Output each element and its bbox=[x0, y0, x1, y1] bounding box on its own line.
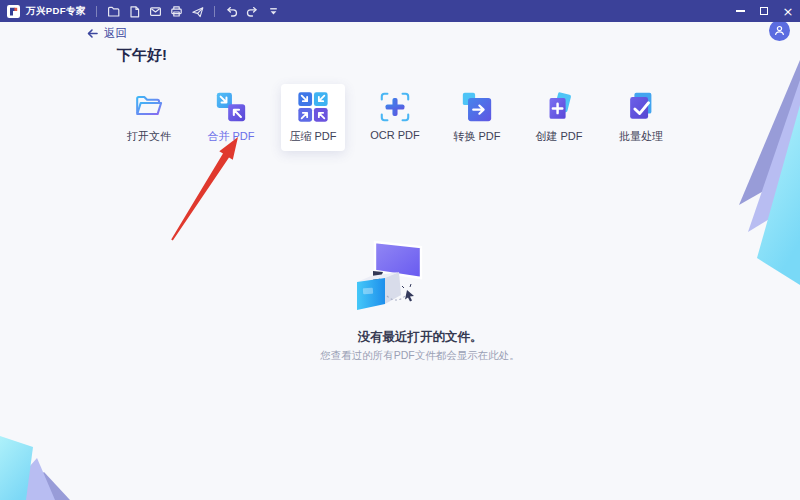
greeting-text: 下午好! bbox=[117, 46, 167, 65]
close-button[interactable]: × bbox=[776, 0, 800, 22]
action-create-pdf[interactable]: 创建 PDF bbox=[519, 84, 599, 151]
window-controls: × bbox=[728, 0, 800, 22]
print-icon[interactable] bbox=[166, 0, 187, 22]
app-logo-icon bbox=[7, 5, 20, 18]
action-label: OCR PDF bbox=[370, 129, 420, 141]
action-label: 转换 PDF bbox=[453, 129, 500, 144]
action-convert-pdf[interactable]: 转换 PDF bbox=[437, 84, 517, 151]
titlebar: 万兴PDF专家 bbox=[0, 0, 800, 22]
action-batch-process[interactable]: 批量处理 bbox=[601, 84, 681, 151]
user-avatar[interactable] bbox=[769, 20, 790, 41]
open-file-icon bbox=[132, 90, 166, 124]
open-folder-icon[interactable] bbox=[103, 0, 124, 22]
empty-state-title: 没有最近打开的文件。 bbox=[270, 329, 570, 346]
collapse-toolbar-icon[interactable] bbox=[263, 0, 284, 22]
minimize-button[interactable] bbox=[728, 0, 752, 22]
empty-state-subtitle: 您查看过的所有PDF文件都会显示在此处。 bbox=[270, 349, 570, 363]
person-icon bbox=[773, 24, 786, 37]
empty-state-illustration bbox=[350, 238, 430, 314]
action-ocr-pdf[interactable]: OCR PDF bbox=[355, 84, 435, 151]
action-label: 压缩 PDF bbox=[289, 129, 336, 144]
email-icon[interactable] bbox=[145, 0, 166, 22]
toolbar-divider bbox=[96, 6, 97, 17]
action-label: 批量处理 bbox=[619, 129, 663, 144]
annotation-arrow-icon bbox=[160, 130, 250, 245]
decoration-top-right bbox=[700, 40, 800, 300]
back-button[interactable]: 返回 bbox=[86, 26, 127, 41]
save-document-icon[interactable] bbox=[124, 0, 145, 22]
undo-icon[interactable] bbox=[221, 0, 242, 22]
app-title: 万兴PDF专家 bbox=[26, 5, 86, 18]
action-compress-pdf[interactable]: 压缩 PDF bbox=[273, 84, 353, 151]
batch-process-icon bbox=[624, 90, 658, 124]
compress-pdf-icon bbox=[296, 90, 330, 124]
maximize-button[interactable] bbox=[752, 0, 776, 22]
merge-pdf-icon bbox=[214, 90, 248, 124]
decoration-bottom-left bbox=[0, 430, 140, 500]
toolbar-divider bbox=[214, 6, 215, 17]
ocr-pdf-icon bbox=[378, 90, 412, 124]
create-pdf-icon bbox=[542, 90, 576, 124]
convert-pdf-icon bbox=[460, 90, 494, 124]
share-icon[interactable] bbox=[187, 0, 208, 22]
back-label: 返回 bbox=[104, 26, 127, 41]
action-label: 创建 PDF bbox=[535, 129, 582, 144]
redo-icon[interactable] bbox=[242, 0, 263, 22]
back-arrow-icon bbox=[86, 27, 99, 40]
